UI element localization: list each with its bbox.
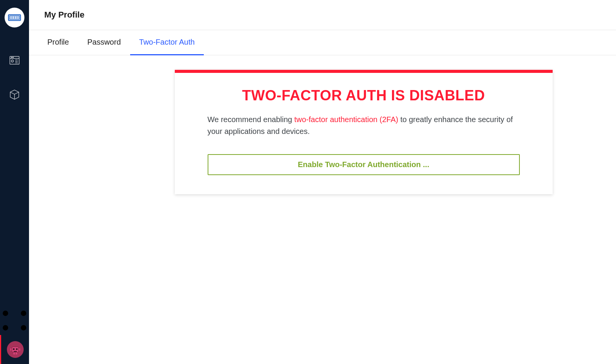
page-title: My Profile — [44, 10, 601, 20]
two-factor-info-link[interactable]: two-factor authentication (2FA) — [294, 115, 398, 124]
card-body-text: We recommend enabling two-factor authent… — [208, 114, 520, 137]
svg-rect-27 — [19, 348, 20, 351]
svg-rect-23 — [13, 348, 15, 350]
svg-point-9 — [11, 57, 12, 58]
card-heading: TWO-FACTOR AUTH IS DISABLED — [208, 87, 520, 104]
card-wrapper: TWO-FACTOR AUTH IS DISABLED We recommend… — [175, 70, 553, 194]
svg-rect-29 — [16, 353, 17, 354]
svg-point-11 — [11, 60, 14, 62]
svg-point-10 — [13, 57, 13, 58]
svg-rect-24 — [16, 348, 18, 350]
svg-rect-26 — [10, 348, 11, 351]
svg-line-20 — [8, 315, 21, 327]
sidebar-item-packages[interactable] — [0, 80, 29, 109]
svg-line-21 — [8, 315, 21, 327]
avatar-circle — [7, 341, 24, 358]
graph-icon — [0, 306, 29, 335]
sidebar — [0, 0, 29, 364]
tab-profile[interactable]: Profile — [38, 30, 78, 55]
tab-password[interactable]: Password — [78, 30, 130, 55]
enable-two-factor-button[interactable]: Enable Two-Factor Authentication ... — [208, 154, 520, 175]
content-area: TWO-FACTOR AUTH IS DISABLED We recommend… — [29, 55, 616, 203]
svg-point-17 — [21, 311, 26, 316]
two-factor-status-card: TWO-FACTOR AUTH IS DISABLED We recommend… — [175, 70, 553, 194]
sidebar-user-avatar[interactable] — [0, 335, 29, 364]
tab-bar: Profile Password Two-Factor Auth — [29, 30, 616, 55]
page-header: My Profile — [29, 0, 616, 30]
sidebar-item-dashboard[interactable] — [0, 46, 29, 75]
svg-point-16 — [3, 311, 8, 316]
main-content: My Profile Profile Password Two-Factor A… — [29, 0, 616, 364]
brand-logo[interactable] — [5, 8, 24, 27]
package-icon — [9, 89, 20, 100]
tab-two-factor-auth[interactable]: Two-Factor Auth — [130, 30, 204, 55]
robot-avatar-icon — [9, 343, 21, 356]
card-body-pre: We recommend enabling — [208, 115, 295, 124]
svg-point-18 — [3, 325, 8, 330]
svg-point-19 — [21, 325, 26, 330]
svg-rect-28 — [13, 353, 15, 354]
sidebar-item-graph[interactable] — [0, 306, 29, 335]
svg-rect-25 — [14, 351, 17, 352]
dashboard-icon — [9, 55, 20, 66]
weg-logo-icon — [8, 11, 21, 24]
